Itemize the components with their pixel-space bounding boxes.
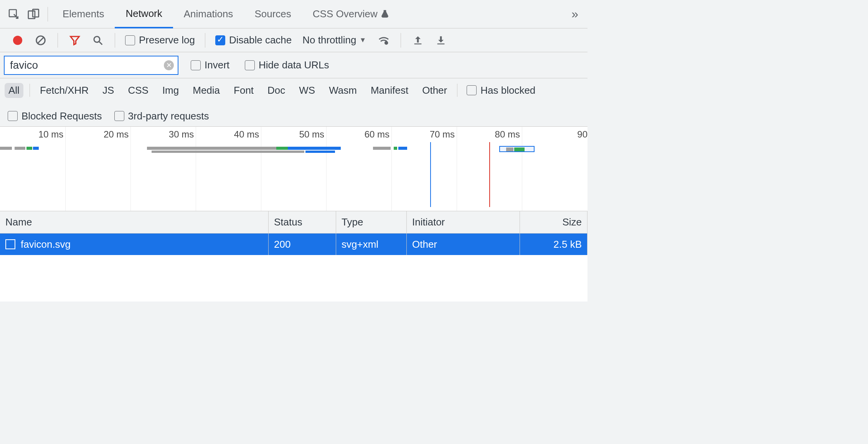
col-header-status[interactable]: Status: [269, 211, 336, 233]
checkbox-label: Hide data URLs: [259, 59, 329, 71]
timeline-tick: 90: [577, 129, 587, 140]
tab-label: Sources: [254, 8, 291, 20]
inspect-icon[interactable]: [4, 8, 24, 20]
type-img[interactable]: Img: [158, 83, 183, 98]
download-har-icon[interactable]: [431, 35, 451, 46]
type-font[interactable]: Font: [230, 83, 257, 98]
tab-label: Animations: [184, 8, 233, 20]
checkbox-label: Invert: [205, 59, 229, 71]
svg-rect-9: [437, 43, 445, 44]
hide-data-urls-checkbox[interactable]: Hide data URLs: [242, 59, 332, 71]
svg-rect-8: [414, 43, 422, 44]
cell-name: favicon.svg: [21, 239, 71, 250]
type-js[interactable]: JS: [99, 83, 118, 98]
throttling-select[interactable]: No throttling ▼: [298, 34, 371, 46]
record-button[interactable]: [8, 36, 28, 45]
disable-cache-checkbox[interactable]: Disable cache: [212, 34, 295, 46]
checkbox-icon: [125, 35, 135, 45]
invert-checkbox[interactable]: Invert: [188, 59, 233, 71]
preserve-log-checkbox[interactable]: Preserve log: [122, 34, 198, 46]
checkbox-label: Blocked Requests: [21, 110, 102, 122]
filter-input[interactable]: [5, 59, 164, 71]
tab-animations[interactable]: Animations: [173, 0, 244, 28]
clear-button[interactable]: [31, 35, 51, 46]
throttling-value: No throttling: [302, 34, 356, 46]
svg-point-7: [385, 41, 388, 44]
svg-point-5: [94, 36, 100, 42]
checkbox-label: Disable cache: [229, 34, 292, 46]
devtools-tabbar: Elements Network Animations Sources CSS …: [0, 0, 587, 28]
checkbox-label: 3rd-party requests: [128, 110, 209, 122]
tab-sources[interactable]: Sources: [244, 0, 302, 28]
col-header-type[interactable]: Type: [336, 211, 407, 233]
col-header-name[interactable]: Name: [0, 211, 269, 233]
has-blocked-checkbox[interactable]: Has blocked: [464, 84, 538, 96]
type-wasm[interactable]: Wasm: [325, 83, 361, 98]
checkbox-icon: [191, 60, 201, 70]
type-doc[interactable]: Doc: [264, 83, 289, 98]
search-icon[interactable]: [88, 35, 108, 46]
timeline-domcontentloaded-marker: [430, 142, 431, 207]
chevron-down-icon: ▼: [359, 36, 366, 44]
cell-initiator: Other: [412, 239, 437, 250]
cell-status: 200: [274, 239, 290, 250]
file-icon: [5, 239, 15, 249]
requests-table: Name Status Type Initiator Size favicon.…: [0, 211, 587, 302]
checkbox-icon: [467, 85, 477, 95]
col-header-size[interactable]: Size: [520, 211, 587, 233]
checkbox-icon: [114, 111, 124, 121]
timeline-tick: 10 ms: [38, 129, 63, 140]
timeline-load-marker: [489, 142, 490, 207]
filter-bar: ✕ Invert Hide data URLs: [0, 52, 587, 78]
more-tabs-icon[interactable]: »: [571, 7, 578, 21]
network-toolbar: Preserve log Disable cache No throttling…: [0, 28, 587, 52]
network-conditions-icon[interactable]: [374, 34, 394, 46]
filter-input-wrapper: ✕: [4, 56, 178, 75]
clear-filter-icon[interactable]: ✕: [164, 60, 174, 70]
timeline-tick: 30 ms: [169, 129, 194, 140]
timeline-tick: 50 ms: [299, 129, 324, 140]
blocked-requests-checkbox[interactable]: Blocked Requests: [5, 110, 105, 122]
type-media[interactable]: Media: [189, 83, 224, 98]
tab-label: CSS Overview: [313, 8, 378, 20]
checkbox-icon: [245, 60, 255, 70]
tab-elements[interactable]: Elements: [52, 0, 115, 28]
type-ws[interactable]: WS: [295, 83, 319, 98]
checkbox-icon: [8, 111, 18, 121]
cell-type: svg+xml: [342, 239, 378, 250]
tab-label: Elements: [63, 8, 104, 20]
type-other[interactable]: Other: [418, 83, 451, 98]
tab-network[interactable]: Network: [115, 0, 173, 28]
table-row[interactable]: favicon.svg 200 svg+xml Other 2.5 kB: [0, 234, 587, 255]
timeline-tick: 20 ms: [104, 129, 129, 140]
timeline-tick: 40 ms: [234, 129, 259, 140]
tab-css-overview[interactable]: CSS Overview: [302, 0, 401, 28]
checkbox-icon: [215, 35, 225, 45]
timeline-selection[interactable]: [499, 146, 535, 152]
tab-label: Network: [125, 8, 162, 20]
col-header-initiator[interactable]: Initiator: [407, 211, 520, 233]
checkbox-label: Preserve log: [139, 34, 195, 46]
upload-har-icon[interactable]: [408, 35, 428, 46]
flask-icon: [380, 9, 390, 19]
device-toggle-icon[interactable]: [24, 8, 44, 21]
type-css[interactable]: CSS: [124, 83, 152, 98]
type-all[interactable]: All: [5, 83, 23, 98]
type-manifest[interactable]: Manifest: [367, 83, 412, 98]
type-fetch-xhr[interactable]: Fetch/XHR: [36, 83, 92, 98]
request-type-filter: All Fetch/XHR JS CSS Img Media Font Doc …: [0, 78, 587, 127]
cell-size: 2.5 kB: [553, 239, 582, 250]
timeline-tick: 60 ms: [365, 129, 389, 140]
svg-line-6: [99, 41, 102, 45]
checkbox-label: Has blocked: [480, 84, 535, 96]
timeline-tick: 70 ms: [430, 129, 455, 140]
filter-toggle-icon[interactable]: [65, 35, 85, 46]
timeline-tick: 80 ms: [495, 129, 520, 140]
timeline-overview[interactable]: 10 ms 20 ms 30 ms 40 ms 50 ms 60 ms 70 m…: [0, 127, 587, 211]
svg-line-4: [38, 37, 44, 43]
third-party-checkbox[interactable]: 3rd-party requests: [111, 110, 212, 122]
